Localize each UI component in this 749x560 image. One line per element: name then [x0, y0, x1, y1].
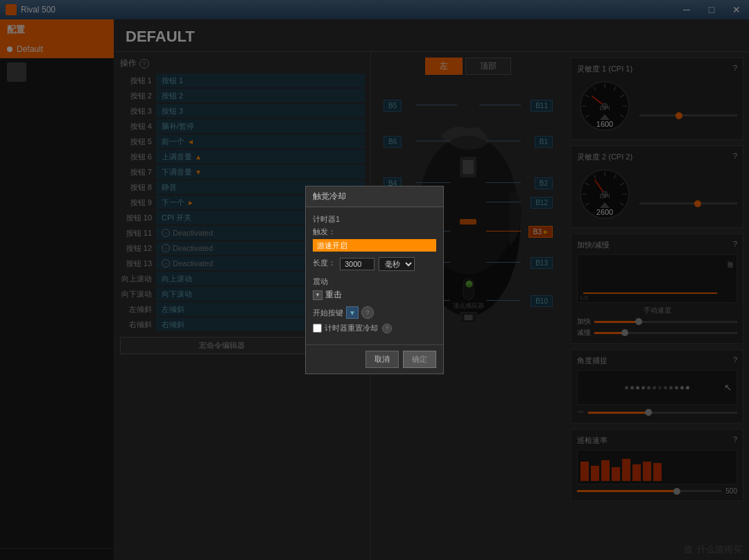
modal-start-btn-row: 开始按键 ▼ ?: [313, 306, 436, 319]
modal-reset-label: 计时器重置冷却: [325, 323, 378, 333]
start-btn-help[interactable]: ?: [361, 306, 374, 319]
modal-overlay: 触觉冷却 计时器1 触发： 长度： 毫秒 震动 ▼ 重击: [0, 0, 749, 560]
modal-timer-label: 计时器1: [313, 214, 436, 225]
tactile-modal: 触觉冷却 计时器1 触发： 长度： 毫秒 震动 ▼ 重击: [305, 186, 444, 374]
modal-trigger-label: 触发：: [313, 227, 436, 237]
modal-ok-button[interactable]: 确定: [403, 351, 436, 368]
modal-footer: 取消 确定: [306, 344, 443, 374]
start-btn-icon1[interactable]: ▼: [346, 306, 359, 319]
modal-length-input[interactable]: [340, 258, 374, 270]
modal-reset-row: 计时器重置冷却 ?: [313, 323, 436, 333]
reset-help-icon[interactable]: ?: [382, 324, 392, 333]
modal-length-label: 长度：: [313, 258, 336, 268]
modal-length-row: 长度： 毫秒: [313, 257, 436, 271]
modal-body: 计时器1 触发： 长度： 毫秒 震动 ▼ 重击: [306, 207, 443, 344]
modal-trigger-input[interactable]: [313, 239, 436, 252]
modal-title: 触觉冷却: [306, 186, 443, 207]
modal-cancel-button[interactable]: 取消: [365, 351, 399, 368]
modal-vibration-row: 震动 ▼ 重击: [313, 277, 436, 301]
modal-trigger-row: 触发：: [313, 227, 436, 252]
modal-vibration-select: ▼ 重击: [313, 289, 436, 301]
vibration-dropdown-btn[interactable]: ▼: [313, 290, 322, 300]
modal-start-btn-label: 开始按键: [313, 308, 343, 318]
modal-vibration-type: 重击: [325, 289, 342, 301]
modal-vibration-label: 震动: [313, 277, 436, 287]
modal-reset-checkbox[interactable]: [313, 324, 322, 333]
modal-length-unit[interactable]: 毫秒: [379, 257, 415, 271]
